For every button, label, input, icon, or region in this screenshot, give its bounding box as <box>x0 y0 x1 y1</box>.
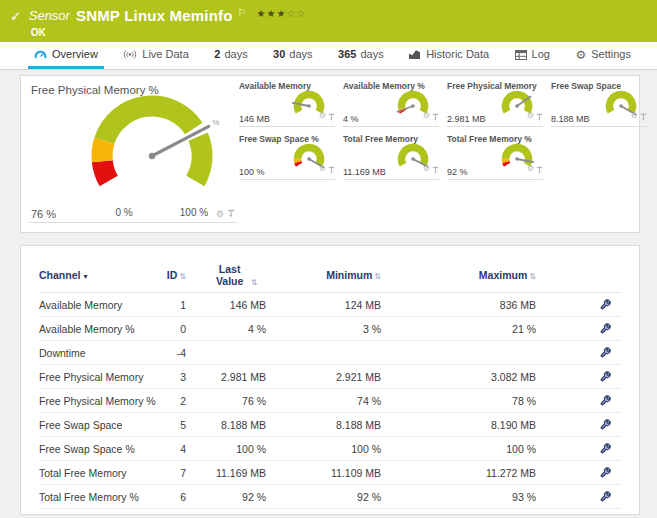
signal-icon <box>123 49 137 60</box>
channel-row-available-memory: Available Memory1146 MB124 MB836 MB <box>39 293 621 317</box>
small-gauge-free-physical-memory: Free Physical Memory2.981 MB⚙ <box>447 81 543 127</box>
content-area: Free Physical Memory % % 76 % 0 % 100 % … <box>0 70 657 515</box>
channel-settings-wrench-icon[interactable] <box>600 371 611 382</box>
main-gauge-value: 76 % <box>31 208 56 220</box>
small-gauge-value: 8.188 MB <box>551 114 590 124</box>
tab-label: days <box>360 48 383 60</box>
sort-icon: ⇅ <box>251 278 258 287</box>
cell-last-value: 92 % <box>194 491 274 503</box>
gauge-settings-icon[interactable]: ⚙ <box>631 112 638 120</box>
channel-settings-wrench-icon[interactable] <box>600 419 611 430</box>
tab-bar: OverviewLive Data2days30days365daysHisto… <box>0 42 657 70</box>
cell-last-value: 11.169 MB <box>194 467 274 479</box>
table-header-row: Channel▾ ID⇅ Last Value⇅ Minimum⇅ Maximu… <box>39 258 621 293</box>
chart-icon <box>409 49 421 60</box>
tab-historic-data[interactable]: Historic Data <box>403 42 495 69</box>
cell-channel: Free Physical Memory % <box>39 395 164 407</box>
column-header-channel[interactable]: Channel▾ <box>39 269 164 281</box>
cell-maximum: 11.272 MB <box>389 467 544 479</box>
column-header-last-value[interactable]: Last Value⇅ <box>194 263 274 287</box>
main-gauge-max-label: 100 % <box>170 207 218 218</box>
main-gauge-chart: % <box>67 94 237 206</box>
status-check-icon: ✓ <box>10 8 22 24</box>
log-icon <box>515 50 527 60</box>
gear-icon: ⚙ <box>575 49 586 61</box>
gauge-settings-icon[interactable]: ⚙ <box>527 112 534 120</box>
tab-settings[interactable]: ⚙Settings <box>569 42 637 69</box>
gauge-settings-icon[interactable]: ⚙ <box>319 165 326 173</box>
gauge-settings-icon[interactable]: ⚙ <box>423 165 430 173</box>
tab-label: days <box>289 48 312 60</box>
cell-last-value: 8.188 MB <box>194 419 274 431</box>
channel-settings-wrench-icon[interactable] <box>600 467 611 478</box>
cell-channel: Free Swap Space % <box>39 443 164 455</box>
pin-icon[interactable] <box>536 160 543 178</box>
cell-id: -4 <box>164 347 194 359</box>
channel-row-downtime: Downtime-4 <box>39 341 621 365</box>
small-gauge-grid: Available Memory146 MB⚙Available Memory … <box>239 81 647 180</box>
small-gauge-free-swap-space: Free Swap Space %100 %⚙ <box>239 134 335 180</box>
pin-icon[interactable] <box>328 107 335 125</box>
cell-minimum: 74 % <box>274 395 389 407</box>
tab-label: Log <box>532 48 550 60</box>
cell-id: 3 <box>164 371 194 383</box>
cell-channel: Free Swap Space <box>39 419 164 431</box>
tab-label: Live Data <box>142 48 188 60</box>
tab-log[interactable]: Log <box>509 42 556 69</box>
column-header-minimum[interactable]: Minimum⇅ <box>274 269 389 281</box>
tab-2-days[interactable]: 2days <box>208 42 253 69</box>
channel-settings-wrench-icon[interactable] <box>600 299 611 310</box>
cell-maximum: 21 % <box>389 323 544 335</box>
channel-settings-wrench-icon[interactable] <box>600 395 611 406</box>
pin-icon[interactable] <box>432 107 439 125</box>
flag-icon[interactable]: ⚐ <box>238 7 247 18</box>
gauge-settings-icon[interactable]: ⚙ <box>216 210 224 219</box>
sort-icon: ⇅ <box>374 272 381 281</box>
sensor-type-label: Sensor <box>29 8 70 23</box>
small-gauge-value: 100 % <box>239 167 265 177</box>
priority-stars[interactable]: ★★★☆☆ <box>257 8 307 19</box>
svg-text:%: % <box>212 118 219 127</box>
pin-icon[interactable] <box>536 107 543 125</box>
sort-caret-icon: ▾ <box>83 272 87 281</box>
gauge-settings-icon[interactable]: ⚙ <box>319 112 326 120</box>
channel-settings-wrench-icon[interactable] <box>600 347 611 358</box>
tab-overview[interactable]: Overview <box>28 42 104 69</box>
cell-minimum: 11.109 MB <box>274 467 389 479</box>
gauge-settings-icon[interactable]: ⚙ <box>423 112 430 120</box>
cell-channel: Available Memory % <box>39 323 164 335</box>
stars-filled: ★★★ <box>257 8 287 19</box>
tab-live-data[interactable]: Live Data <box>117 42 194 69</box>
main-gauge-footer: 76 % 0 % 100 % ⚙ <box>29 205 237 220</box>
channel-settings-wrench-icon[interactable] <box>600 491 611 502</box>
cell-maximum: 3.082 MB <box>389 371 544 383</box>
sensor-status-badge: OK <box>31 27 307 38</box>
channel-row-available-memory: Available Memory %04 %3 %21 % <box>39 317 621 341</box>
small-gauge-total-free-memory: Total Free Memory %92 %⚙ <box>447 134 543 180</box>
cell-maximum: 8.190 MB <box>389 419 544 431</box>
channel-settings-wrench-icon[interactable] <box>600 443 611 454</box>
cell-minimum: 92 % <box>274 491 389 503</box>
column-header-maximum[interactable]: Maximum⇅ <box>389 269 544 281</box>
cell-minimum: 100 % <box>274 443 389 455</box>
cell-minimum: 8.188 MB <box>274 419 389 431</box>
tab-30-days[interactable]: 30days <box>267 42 319 69</box>
channel-settings-wrench-icon[interactable] <box>600 323 611 334</box>
cell-minimum: 124 MB <box>274 299 389 311</box>
main-gauge-min-label: 0 % <box>104 207 144 218</box>
pin-icon[interactable] <box>227 209 235 220</box>
cell-last-value: 146 MB <box>194 299 274 311</box>
pin-icon[interactable] <box>432 160 439 178</box>
column-header-id[interactable]: ID⇅ <box>164 269 194 281</box>
channel-row-free-physical-memory: Free Physical Memory32.981 MB2.921 MB3.0… <box>39 365 621 389</box>
cell-id: 0 <box>164 323 194 335</box>
gauge-settings-icon[interactable]: ⚙ <box>527 165 534 173</box>
main-gauge: Free Physical Memory % % 76 % 0 % 100 % … <box>29 82 237 223</box>
pin-icon[interactable] <box>640 107 647 125</box>
cell-id: 4 <box>164 443 194 455</box>
tab-365-days[interactable]: 365days <box>332 42 390 69</box>
pin-icon[interactable] <box>328 160 335 178</box>
small-gauge-total-free-memory: Total Free Memory11.169 MB⚙ <box>343 134 439 180</box>
channel-row-free-swap-space: Free Swap Space58.188 MB8.188 MB8.190 MB <box>39 413 621 437</box>
channel-row-total-free-memory: Total Free Memory %692 %92 %93 % <box>39 485 621 509</box>
